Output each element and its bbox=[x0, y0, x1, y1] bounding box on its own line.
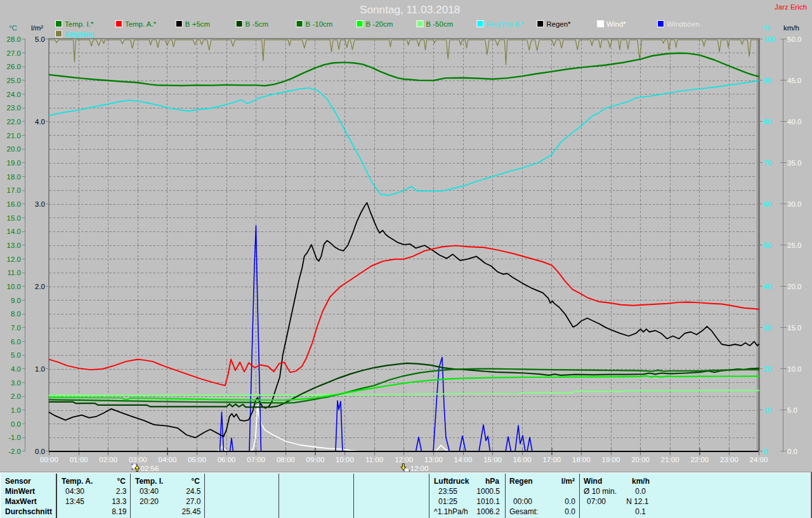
svg-text:Gesamt:: Gesamt: bbox=[509, 507, 538, 516]
svg-text:1006.2: 1006.2 bbox=[476, 507, 500, 516]
svg-text:8.0: 8.0 bbox=[11, 310, 21, 318]
svg-text:24.0: 24.0 bbox=[7, 91, 21, 98]
svg-text:21:00: 21:00 bbox=[661, 456, 679, 463]
svg-text:04:00: 04:00 bbox=[159, 456, 177, 463]
svg-text:B +5cm: B +5cm bbox=[185, 20, 210, 28]
svg-text:20.0: 20.0 bbox=[787, 283, 801, 290]
svg-text:24:00: 24:00 bbox=[750, 456, 768, 463]
svg-text:Temp. A.: Temp. A. bbox=[62, 477, 93, 486]
svg-text:B -50cm: B -50cm bbox=[426, 20, 453, 28]
svg-text:45.0: 45.0 bbox=[787, 77, 801, 84]
svg-text:20: 20 bbox=[764, 365, 772, 373]
svg-text:Empfang: Empfang bbox=[65, 30, 94, 38]
svg-text:02:56: 02:56 bbox=[141, 465, 159, 472]
svg-text:01:00: 01:00 bbox=[70, 456, 88, 463]
svg-text:Sonntag, 11.03.2018: Sonntag, 11.03.2018 bbox=[360, 3, 460, 16]
svg-text:02:00: 02:00 bbox=[99, 456, 117, 463]
svg-text:MaxWert: MaxWert bbox=[5, 497, 37, 506]
svg-text:28.0: 28.0 bbox=[7, 36, 21, 43]
svg-text:l/m²: l/m² bbox=[561, 477, 575, 486]
svg-text:Regen*: Regen* bbox=[546, 20, 571, 28]
svg-text:0.0: 0.0 bbox=[565, 497, 575, 506]
svg-text:Durchschnitt: Durchschnitt bbox=[5, 507, 52, 516]
svg-text:16.0: 16.0 bbox=[7, 200, 21, 208]
svg-text:km/h: km/h bbox=[783, 24, 799, 32]
svg-text:0.0: 0.0 bbox=[565, 507, 575, 516]
svg-text:19.0: 19.0 bbox=[7, 159, 21, 167]
svg-text:3.0: 3.0 bbox=[11, 379, 21, 387]
svg-text:00:00: 00:00 bbox=[40, 456, 58, 463]
svg-text:26.0: 26.0 bbox=[7, 63, 21, 70]
svg-text:0: 0 bbox=[764, 448, 768, 455]
svg-text:°C: °C bbox=[9, 24, 17, 32]
svg-text:8.19: 8.19 bbox=[112, 507, 127, 516]
svg-text:5.0: 5.0 bbox=[35, 36, 45, 43]
svg-text:20:00: 20:00 bbox=[631, 456, 650, 463]
svg-text:70: 70 bbox=[764, 159, 772, 167]
svg-text:MinWert: MinWert bbox=[5, 487, 35, 496]
svg-text:13.0: 13.0 bbox=[7, 242, 21, 249]
svg-text:N 12.1: N 12.1 bbox=[626, 497, 649, 506]
svg-text:2.3: 2.3 bbox=[116, 487, 127, 496]
svg-text:13:45: 13:45 bbox=[65, 497, 84, 506]
svg-text:16:00: 16:00 bbox=[513, 456, 532, 463]
svg-text:05:00: 05:00 bbox=[188, 456, 206, 463]
svg-text:27.0: 27.0 bbox=[186, 497, 201, 506]
svg-text:80: 80 bbox=[764, 118, 772, 126]
svg-text:Windböen: Windböen bbox=[667, 20, 700, 28]
svg-text:Luftdruck: Luftdruck bbox=[434, 477, 469, 486]
svg-text:13:00: 13:00 bbox=[424, 456, 443, 463]
svg-text:-1.0: -1.0 bbox=[8, 434, 21, 441]
svg-text:Wind: Wind bbox=[584, 477, 602, 486]
svg-text:15.0: 15.0 bbox=[787, 324, 801, 332]
svg-text:B -5cm: B -5cm bbox=[246, 20, 268, 28]
svg-text:4.0: 4.0 bbox=[35, 118, 45, 126]
svg-text:30.0: 30.0 bbox=[787, 200, 801, 208]
svg-text:23.0: 23.0 bbox=[7, 104, 21, 112]
svg-text:Feuchte A.*: Feuchte A.* bbox=[486, 20, 524, 28]
svg-text:04:30: 04:30 bbox=[65, 487, 84, 496]
svg-text:l/m²: l/m² bbox=[31, 24, 43, 32]
svg-text:km/h: km/h bbox=[632, 477, 650, 486]
svg-text:Sensor: Sensor bbox=[5, 477, 31, 486]
svg-text:11.0: 11.0 bbox=[7, 269, 21, 276]
svg-text:18.0: 18.0 bbox=[7, 173, 21, 181]
svg-text:Regen: Regen bbox=[509, 477, 533, 486]
svg-text:°C: °C bbox=[192, 477, 200, 486]
svg-text:21.0: 21.0 bbox=[7, 132, 21, 139]
svg-text:23:55: 23:55 bbox=[438, 487, 457, 496]
svg-text:11:00: 11:00 bbox=[365, 456, 383, 463]
svg-text:2.0: 2.0 bbox=[35, 283, 45, 290]
svg-text:12.0: 12.0 bbox=[7, 256, 21, 263]
svg-text:50.0: 50.0 bbox=[787, 36, 801, 43]
svg-text:Temp. I.: Temp. I. bbox=[135, 477, 163, 486]
svg-text:17:00: 17:00 bbox=[542, 456, 561, 463]
svg-text:20:20: 20:20 bbox=[140, 497, 159, 506]
svg-text:4.0: 4.0 bbox=[11, 365, 21, 373]
svg-text:Temp. I.*: Temp. I.* bbox=[65, 20, 94, 28]
svg-text:0.0: 0.0 bbox=[787, 448, 797, 455]
svg-text:0.0: 0.0 bbox=[35, 448, 45, 455]
svg-text:50: 50 bbox=[764, 242, 772, 249]
svg-text:1000.5: 1000.5 bbox=[476, 487, 500, 496]
svg-text:%: % bbox=[764, 24, 770, 32]
svg-text:Ø 10 min.: Ø 10 min. bbox=[584, 487, 617, 496]
svg-text:1.0: 1.0 bbox=[11, 406, 21, 414]
svg-text:09:00: 09:00 bbox=[306, 456, 325, 463]
svg-text:100: 100 bbox=[764, 36, 776, 43]
svg-text:90: 90 bbox=[764, 77, 772, 84]
svg-text:5.0: 5.0 bbox=[11, 351, 21, 359]
svg-text:0.1: 0.1 bbox=[635, 507, 646, 516]
svg-text:7.0: 7.0 bbox=[11, 324, 21, 332]
svg-text:^1.1hPa/h: ^1.1hPa/h bbox=[434, 507, 468, 516]
svg-text:9.0: 9.0 bbox=[11, 297, 21, 304]
svg-text:13.3: 13.3 bbox=[112, 497, 127, 506]
svg-text:01:25: 01:25 bbox=[438, 497, 457, 506]
svg-text:B -10cm: B -10cm bbox=[306, 20, 333, 28]
svg-text:17.0: 17.0 bbox=[7, 186, 21, 194]
svg-text:-2.0: -2.0 bbox=[8, 448, 21, 455]
svg-text:19:00: 19:00 bbox=[602, 456, 620, 463]
svg-text:B -20cm: B -20cm bbox=[366, 20, 393, 28]
svg-text:25.0: 25.0 bbox=[7, 77, 21, 84]
svg-text:14.0: 14.0 bbox=[7, 228, 21, 235]
